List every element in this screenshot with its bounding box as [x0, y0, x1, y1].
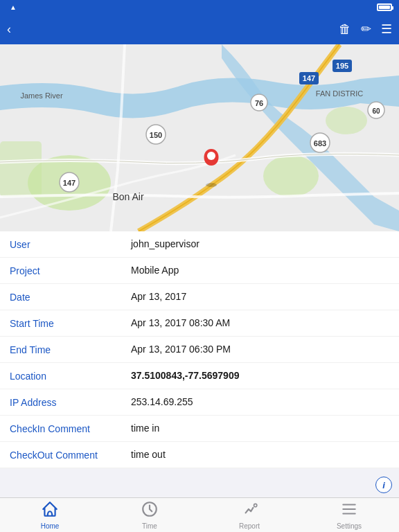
tab-settings-label: Settings — [337, 522, 362, 530]
home-icon — [41, 500, 59, 521]
tab-home[interactable]: Home — [0, 498, 100, 532]
detail-value: john_supervisor — [131, 238, 389, 249]
svg-text:FAN DISTRIC: FAN DISTRIC — [316, 89, 364, 98]
detail-row: Start TimeApr 13, 2017 08:30 AM — [0, 310, 399, 337]
tab-report[interactable]: Report — [200, 498, 299, 532]
detail-label: CheckIn Comment — [10, 423, 131, 434]
nav-bar: ‹ 🗑 ✏ ☰ — [0, 14, 399, 44]
detail-label: Project — [10, 265, 131, 276]
svg-rect-4 — [0, 141, 42, 197]
detail-row: CheckIn Commenttime in — [0, 416, 399, 442]
detail-label: Location — [10, 370, 131, 382]
back-button[interactable]: ‹ — [7, 22, 14, 37]
tab-home-label: Home — [41, 522, 60, 530]
detail-row: Userjohn_supervisor — [0, 231, 399, 258]
detail-label: User — [10, 238, 131, 250]
detail-row: CheckOut Commenttime out — [0, 442, 399, 468]
tab-time-label: Time — [142, 522, 157, 530]
detail-row: ProjectMobile App — [0, 258, 399, 284]
svg-point-26 — [254, 504, 257, 506]
detail-label: IP Address — [10, 396, 131, 408]
svg-text:150: 150 — [150, 131, 162, 139]
map-area: 147 150 683 76 60 195 147 Bon Air FAN DI… — [0, 44, 399, 231]
map-svg: 147 150 683 76 60 195 147 Bon Air FAN DI… — [0, 44, 399, 231]
detail-value: 37.5100843,-77.5697909 — [131, 370, 389, 381]
status-left: ▲ — [7, 3, 17, 11]
detail-value: time in — [131, 423, 389, 434]
report-icon — [240, 500, 258, 521]
svg-text:60: 60 — [372, 107, 380, 115]
settings-icon — [340, 500, 358, 521]
menu-button[interactable]: ☰ — [381, 21, 392, 37]
info-button[interactable]: i — [375, 477, 392, 493]
wifi-icon: ▲ — [10, 3, 17, 11]
nav-actions: 🗑 ✏ ☰ — [339, 21, 392, 37]
svg-text:Bon Air: Bon Air — [112, 191, 143, 202]
tab-report-label: Report — [239, 522, 260, 530]
battery-icon — [377, 3, 392, 11]
detail-value: time out — [131, 449, 389, 460]
detail-label: Start Time — [10, 317, 131, 329]
detail-label: End Time — [10, 344, 131, 355]
detail-label: CheckOut Comment — [10, 449, 131, 461]
detail-label: Date — [10, 291, 131, 303]
detail-row: DateApr 13, 2017 — [0, 284, 399, 310]
detail-row: Location37.5100843,-77.5697909 — [0, 363, 399, 389]
detail-value: Apr 13, 2017 08:30 AM — [131, 317, 389, 328]
svg-text:76: 76 — [255, 99, 263, 107]
svg-text:195: 195 — [336, 62, 348, 70]
svg-text:147: 147 — [303, 74, 315, 82]
tab-bar: Home Time Report Settings — [0, 497, 399, 532]
svg-text:683: 683 — [314, 139, 326, 148]
svg-point-3 — [263, 155, 319, 197]
detail-value: Apr 13, 2017 — [131, 291, 389, 302]
detail-value: Apr 13, 2017 06:30 PM — [131, 344, 389, 355]
status-bar: ▲ — [0, 0, 399, 14]
status-right — [374, 3, 392, 11]
delete-button[interactable]: 🗑 — [339, 22, 351, 37]
detail-value: Mobile App — [131, 265, 389, 276]
edit-button[interactable]: ✏ — [361, 21, 371, 37]
svg-point-24 — [207, 152, 215, 160]
svg-text:147: 147 — [63, 179, 76, 187]
detail-value: 253.14.69.255 — [131, 396, 389, 407]
time-icon — [141, 500, 159, 521]
detail-row: IP Address253.14.69.255 — [0, 389, 399, 416]
svg-point-23 — [206, 183, 217, 187]
svg-text:James River: James River — [20, 91, 62, 100]
tab-settings[interactable]: Settings — [299, 498, 399, 532]
tab-time[interactable]: Time — [100, 498, 200, 532]
detail-container: Userjohn_supervisorProjectMobile AppDate… — [0, 231, 399, 468]
detail-row: End TimeApr 13, 2017 06:30 PM — [0, 337, 399, 363]
back-arrow-icon: ‹ — [7, 22, 11, 37]
svg-point-5 — [326, 107, 367, 134]
